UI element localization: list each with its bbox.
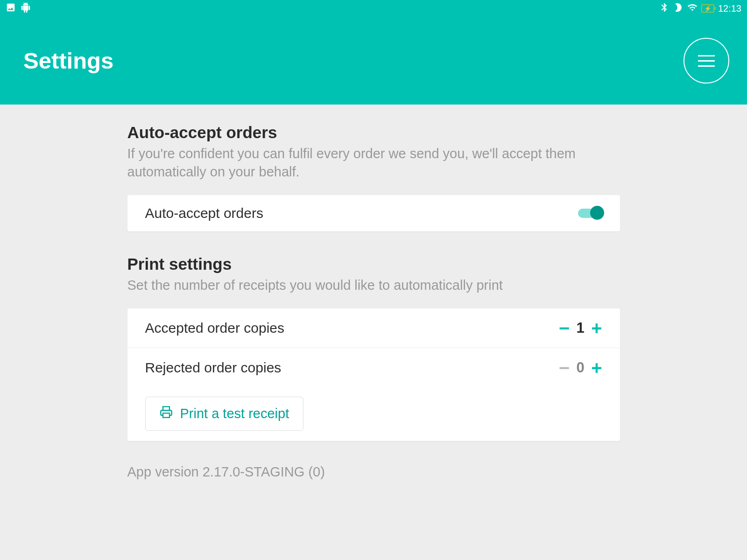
print-button-wrapper: Print a test receipt [127, 387, 620, 441]
app-header: Settings [0, 17, 747, 105]
section-description: If you're confident you can fulfil every… [127, 145, 620, 181]
minus-button[interactable]: − [559, 358, 570, 377]
rejected-quantity-stepper: − 0 + [559, 358, 602, 377]
auto-accept-toggle[interactable] [578, 209, 602, 218]
section-description: Set the number of receipts you would lik… [127, 276, 620, 294]
toggle-knob [590, 206, 604, 220]
accepted-copies-row: Accepted order copies − 1 + [127, 308, 620, 348]
rejected-copies-row: Rejected order copies − 0 + [127, 348, 620, 387]
picture-icon [6, 2, 16, 14]
stepper-value: 0 [576, 359, 585, 376]
accepted-quantity-stepper: − 1 + [559, 319, 602, 337]
stepper-value: 1 [576, 320, 585, 336]
status-bar: ⚡ 12:13 [0, 0, 747, 17]
row-label: Accepted order copies [145, 320, 285, 336]
section-title: Print settings [127, 255, 620, 273]
row-label: Rejected order copies [145, 360, 282, 376]
menu-button[interactable] [684, 38, 729, 84]
minus-button[interactable]: − [559, 319, 570, 337]
battery-icon: ⚡ [701, 4, 714, 13]
auto-accept-card: Auto-accept orders [127, 195, 620, 231]
auto-accept-section: Auto-accept orders If you're confident y… [127, 123, 620, 231]
print-test-receipt-button[interactable]: Print a test receipt [145, 397, 304, 431]
clock-time: 12:13 [718, 3, 741, 14]
status-left [6, 2, 31, 14]
plus-button[interactable]: + [591, 319, 602, 337]
app-version: App version 2.17.0-STAGING (0) [127, 464, 620, 480]
hamburger-icon [698, 55, 715, 67]
page-title: Settings [23, 48, 113, 74]
content: Auto-accept orders If you're confident y… [127, 105, 620, 480]
svg-rect-0 [163, 413, 169, 418]
print-settings-section: Print settings Set the number of receipt… [127, 255, 620, 441]
plus-button[interactable]: + [591, 358, 602, 377]
status-right: ⚡ 12:13 [659, 2, 741, 14]
auto-accept-row: Auto-accept orders [127, 195, 620, 231]
moon-icon [673, 2, 684, 14]
print-settings-card: Accepted order copies − 1 + Rejected ord… [127, 308, 620, 441]
android-icon [21, 2, 31, 14]
toggle-label: Auto-accept orders [145, 205, 263, 221]
wifi-icon [687, 2, 698, 14]
print-button-label: Print a test receipt [180, 406, 289, 421]
section-title: Auto-accept orders [127, 123, 620, 142]
bluetooth-icon [659, 2, 669, 14]
print-icon [160, 406, 173, 422]
